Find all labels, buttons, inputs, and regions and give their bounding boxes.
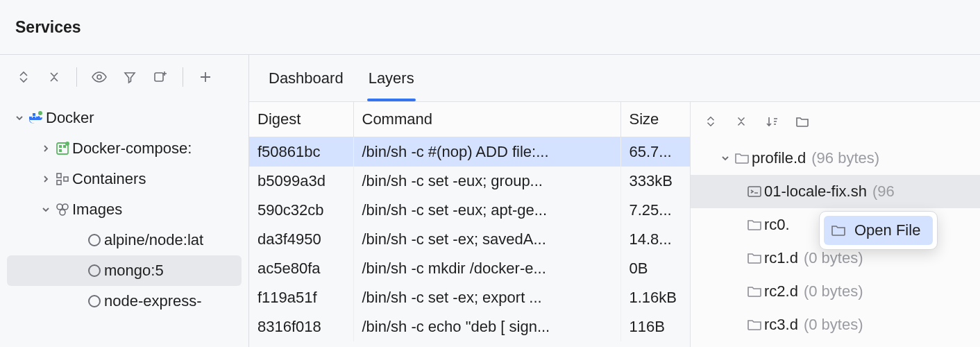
cell-command: /bin/sh -c set -ex; export ... xyxy=(353,283,620,312)
collapse-all-icon[interactable] xyxy=(40,63,68,91)
file-size: (0 bytes) xyxy=(804,249,863,267)
tree-label: alpine/node:lat xyxy=(104,231,203,249)
file-label: rc2.d xyxy=(764,282,798,301)
main-panel: Dashboard Layers Digest Command Size xyxy=(249,55,980,347)
cell-command: /bin/sh -c echo "deb [ sign... xyxy=(353,312,620,341)
cell-digest: b5099a3d xyxy=(249,167,353,196)
tree-label: Docker-compose: xyxy=(72,139,192,158)
svg-point-17 xyxy=(60,210,65,215)
cell-size: 7.25... xyxy=(620,196,690,225)
svg-rect-18 xyxy=(748,187,761,196)
new-session-icon[interactable] xyxy=(146,63,174,91)
panel-title: Services xyxy=(0,0,980,55)
circle-icon xyxy=(85,234,104,246)
expand-all-icon[interactable] xyxy=(698,108,724,135)
cell-command: /bin/sh -c #(nop) ADD file:... xyxy=(353,137,620,167)
tab-label: Dashboard xyxy=(269,69,344,87)
compose-icon xyxy=(53,141,72,156)
eye-icon[interactable] xyxy=(85,63,113,91)
svg-rect-14 xyxy=(64,177,68,181)
tree-node-image-selected[interactable]: mongo:5 xyxy=(7,255,242,286)
file-node-folder[interactable]: rc3.d (0 bytes) xyxy=(691,308,980,341)
context-menu: Open File xyxy=(819,211,938,250)
circle-icon xyxy=(85,295,104,307)
service-tree: Docker Docker-compose: Containers xyxy=(0,99,248,347)
file-size: (96 bytes) xyxy=(811,149,879,167)
folder-icon xyxy=(732,152,752,164)
chevron-down-icon xyxy=(718,153,732,163)
cell-digest: 590c32cb xyxy=(249,196,353,225)
file-label: rc0. xyxy=(764,216,790,234)
collapse-all-icon[interactable] xyxy=(728,108,754,135)
file-node-folder[interactable]: profile.d (96 bytes) xyxy=(691,142,980,175)
file-label: rc3.d xyxy=(764,316,798,334)
svg-point-0 xyxy=(97,75,101,79)
shell-script-icon xyxy=(745,185,764,198)
file-node-script-selected[interactable]: 01-locale-fix.sh (96 xyxy=(691,175,980,208)
tab-label: Layers xyxy=(369,69,414,87)
file-node-folder[interactable]: rc2.d (0 bytes) xyxy=(691,275,980,308)
cell-size: 65.7... xyxy=(620,137,690,167)
table-row[interactable]: da3f4950 /bin/sh -c set -ex; savedA... 1… xyxy=(249,225,690,254)
column-header-digest[interactable]: Digest xyxy=(249,102,353,137)
sort-icon[interactable] xyxy=(759,108,785,135)
expand-all-icon[interactable] xyxy=(10,63,37,91)
menu-item-label: Open File xyxy=(854,221,920,239)
cell-size: 1.16kB xyxy=(620,283,690,312)
docker-icon xyxy=(26,111,46,125)
table-row[interactable]: f119a51f /bin/sh -c set -ex; export ... … xyxy=(249,283,690,312)
svg-rect-9 xyxy=(63,145,66,148)
tree-node-containers[interactable]: Containers xyxy=(0,164,248,194)
column-header-command[interactable]: Command xyxy=(353,102,620,137)
folder-icon xyxy=(745,219,764,231)
svg-rect-10 xyxy=(59,149,62,152)
cell-digest: 8316f018 xyxy=(249,312,353,341)
tree-node-docker[interactable]: Docker xyxy=(0,103,248,133)
folder-icon xyxy=(745,319,764,331)
tree-node-images[interactable]: Images xyxy=(0,194,248,225)
images-icon xyxy=(53,202,72,217)
cell-digest: da3f4950 xyxy=(249,225,353,254)
menu-item-open-file[interactable]: Open File xyxy=(824,216,933,245)
filter-icon[interactable] xyxy=(116,63,144,91)
svg-rect-13 xyxy=(57,180,61,185)
circle-icon xyxy=(85,264,104,277)
cell-size: 116B xyxy=(620,312,690,341)
tree-node-image[interactable]: node-express- xyxy=(0,286,248,316)
file-label: 01-locale-fix.sh xyxy=(764,183,867,201)
add-icon[interactable] xyxy=(192,63,219,91)
sidebar-toolbar xyxy=(0,55,248,99)
tree-node-compose[interactable]: Docker-compose: xyxy=(0,133,248,164)
svg-rect-12 xyxy=(57,174,61,178)
cell-command: /bin/sh -c set -eux; group... xyxy=(353,167,620,196)
tab-layers[interactable]: Layers xyxy=(356,55,427,101)
table-row[interactable]: b5099a3d /bin/sh -c set -eux; group... 3… xyxy=(249,167,690,196)
svg-rect-8 xyxy=(59,145,62,148)
table-row[interactable]: 8316f018 /bin/sh -c echo "deb [ sign... … xyxy=(249,312,690,341)
cell-digest: f119a51f xyxy=(249,283,353,312)
cell-size: 0B xyxy=(620,254,690,283)
chevron-down-icon xyxy=(39,205,53,214)
layers-table: Digest Command Size f50861bc /bin/sh -c … xyxy=(249,102,691,347)
table-row[interactable]: ac5e80fa /bin/sh -c mkdir /docker-e... 0… xyxy=(249,254,690,283)
cell-command: /bin/sh -c mkdir /docker-e... xyxy=(353,254,620,283)
tree-node-image[interactable]: alpine/node:lat xyxy=(0,225,248,255)
chevron-right-icon xyxy=(39,144,53,153)
column-header-size[interactable]: Size xyxy=(620,102,690,137)
table-row[interactable]: 590c32cb /bin/sh -c set -eux; apt-ge... … xyxy=(249,196,690,225)
sidebar: Docker Docker-compose: Containers xyxy=(0,55,249,347)
table-row[interactable]: f50861bc /bin/sh -c #(nop) ADD file:... … xyxy=(249,137,690,167)
cell-command: /bin/sh -c set -eux; apt-ge... xyxy=(353,196,620,225)
cell-size: 14.8... xyxy=(620,225,690,254)
containers-icon xyxy=(53,171,72,187)
svg-point-11 xyxy=(65,142,69,146)
folder-icon[interactable] xyxy=(789,108,816,135)
cell-digest: ac5e80fa xyxy=(249,254,353,283)
tab-dashboard[interactable]: Dashboard xyxy=(256,55,356,101)
folder-icon xyxy=(745,252,764,264)
chevron-down-icon xyxy=(12,113,26,123)
panel-title-text: Services xyxy=(15,18,81,37)
tree-label: node-express- xyxy=(104,292,202,310)
toolbar-separator xyxy=(76,67,77,87)
tree-label: Docker xyxy=(46,109,94,127)
